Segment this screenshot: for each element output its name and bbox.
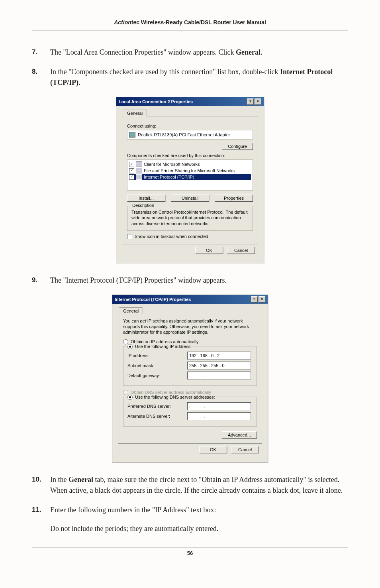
nic-icon [129,132,135,138]
step-8-text-b: . [78,79,80,87]
dns-manual-group: Use the following DNS server addresses: … [123,397,257,427]
properties-button[interactable]: Properties [215,195,253,202]
step-11-text-b: Do not include the periods; they are aut… [50,523,348,534]
ok-button[interactable]: OK [199,446,227,453]
cancel-button[interactable]: Cancel [227,247,255,254]
default-gateway-value: . . . [189,373,207,378]
ip-address-label: IP address: [127,353,187,358]
step-11-body: Enter the following numbers in the "IP A… [50,505,348,534]
description-title: Description [131,203,156,208]
close-icon[interactable]: × [255,98,261,105]
show-icon-label: Show icon in taskbar when connected [135,234,208,239]
ip-address-input[interactable]: 192 . 168 . 0 . 2 [187,352,251,360]
step-11: 11. Enter the following numbers in the "… [32,505,348,534]
component-client-label: Client for Microsoft Networks [144,162,200,167]
dlg2-intro: You can get IP settings assigned automat… [123,318,257,335]
uninstall-button[interactable]: Uninstall [171,195,209,202]
checkbox-icon[interactable]: ✓ [129,168,134,173]
monitor-icon [136,161,142,167]
brand-suffix: tec [131,19,139,26]
step-8-text-a: In the "Components checked are used by t… [50,68,280,76]
configure-button[interactable]: Configure [222,143,253,150]
figure-lan-properties: Local Area Connection 2 Properties ? × G… [32,97,348,263]
radio-use-following-dns-label: Use the following DNS server addresses: [135,395,215,399]
step-9: 9. The "Internet Protocol (TCP/IP) Prope… [32,275,348,286]
radio-use-following-ip[interactable]: Use the following IP address: [126,344,193,349]
step-7-num: 7. [32,47,50,58]
step-8-body: In the "Components checked are used by t… [50,67,348,88]
step-10-num: 10. [32,474,50,496]
adapter-field: Realtek RTL8139(A) PCI Fast Ethernet Ada… [127,130,253,140]
page-number: 56 [187,550,193,556]
step-7-text-b: . [261,48,262,56]
radio-obtain-auto-label: Obtain an IP address automatically [131,339,198,344]
step-10-bold: General [69,476,93,484]
install-button[interactable]: Install... [127,195,165,202]
step-9-body: The "Internet Protocol (TCP/IP) Properti… [50,275,348,286]
preferred-dns-label: Preferred DNS server: [127,404,187,409]
description-text: Transmission Control Protocol/Internet P… [131,209,249,226]
step-8: 8. In the "Components checked are used b… [32,67,348,88]
brand-italic: Action [114,19,131,26]
protocol-icon [136,174,142,180]
step-11-text-a: Enter the following numbers in the "IP A… [50,505,348,515]
step-9-text: The "Internet Protocol (TCP/IP) Properti… [50,276,227,284]
tcpip-properties-dialog: Internet Protocol (TCP/IP) Properties ? … [112,295,268,462]
page-header: Actiontec Wireless-Ready Cable/DSL Route… [32,19,348,31]
components-label: Components checked are used by this conn… [127,153,253,158]
adapter-name: Realtek RTL8139(A) PCI Fast Ethernet Ada… [138,132,230,137]
checkbox-icon[interactable]: ✓ [129,175,134,180]
advanced-button[interactable]: Advanced... [222,431,257,439]
dlg2-titlebar: Internet Protocol (TCP/IP) Properties ? … [112,295,268,304]
components-listbox[interactable]: ✓ Client for Microsoft Networks ✓ File a… [127,159,253,191]
component-client[interactable]: ✓ Client for Microsoft Networks [129,161,251,167]
step-7-body: The "Local Area Connection Properties" w… [50,47,348,58]
radio-use-following-dns[interactable]: Use the following DNS server addresses: [126,395,217,400]
subnet-mask-input[interactable]: 255 . 255 . 255 . 0 [187,362,251,370]
step-10-body: In the General tab, make sure the the ci… [50,474,348,496]
component-fileshare-label: File and Printer Sharing for Microsoft N… [144,168,235,173]
header-title: Wireless-Ready Cable/DSL Router User Man… [139,19,266,26]
help-icon[interactable]: ? [251,296,258,303]
lan-properties-dialog: Local Area Connection 2 Properties ? × G… [116,97,264,263]
show-icon-checkbox[interactable] [127,234,132,239]
subnet-mask-value: 255 . 255 . 255 . 0 [189,363,225,368]
alternate-dns-label: Alternate DNS server: [127,414,187,419]
default-gateway-input[interactable]: . . . [187,372,251,380]
step-10-text-b: tab, make sure the the circle next to "O… [50,476,343,494]
connect-using-label: Connect using: [127,124,253,128]
subnet-mask-label: Subnet mask: [127,363,187,368]
radio-icon[interactable] [127,395,133,400]
default-gateway-label: Default gateway: [127,373,187,378]
close-icon[interactable]: × [259,296,265,303]
help-icon[interactable]: ? [247,98,254,105]
step-9-num: 9. [32,275,50,286]
step-8-num: 8. [32,67,50,88]
dlg1-title: Local Area Connection 2 Properties [119,99,247,104]
step-7: 7. The "Local Area Connection Properties… [32,47,348,58]
step-7-bold: General [236,48,261,56]
page-footer: 56 [32,547,348,556]
step-11-num: 11. [32,505,50,534]
dlg2-tab-general[interactable]: General [119,307,143,314]
checkbox-icon[interactable]: ✓ [129,162,134,167]
dlg1-tab-general[interactable]: General [123,110,147,116]
ok-button[interactable]: OK [195,247,223,254]
step-10: 10. In the General tab, make sure the th… [32,474,348,496]
radio-dns-auto-label: Obtain DNS server address automatically [131,390,211,395]
figure-tcpip-properties: Internet Protocol (TCP/IP) Properties ? … [32,295,348,462]
radio-use-following-ip-label: Use the following IP address: [135,344,192,349]
alternate-dns-input[interactable]: . . . [187,412,251,420]
radio-icon[interactable] [127,344,133,349]
preferred-dns-input[interactable]: . . . [187,402,251,410]
cancel-button[interactable]: Cancel [231,446,259,453]
step-7-text-a: The "Local Area Connection Properties" w… [50,48,236,56]
alternate-dns-value: . . . [189,414,207,419]
preferred-dns-value: . . . [189,404,207,409]
component-tcpip[interactable]: ✓ Internet Protocol (TCP/IP) [129,174,251,180]
component-tcpip-label: Internet Protocol (TCP/IP) [144,175,194,179]
dlg2-title: Internet Protocol (TCP/IP) Properties [115,297,251,302]
dlg1-titlebar: Local Area Connection 2 Properties ? × [116,97,264,106]
component-fileshare[interactable]: ✓ File and Printer Sharing for Microsoft… [129,167,251,174]
ip-manual-group: Use the following IP address: IP address… [123,346,257,386]
